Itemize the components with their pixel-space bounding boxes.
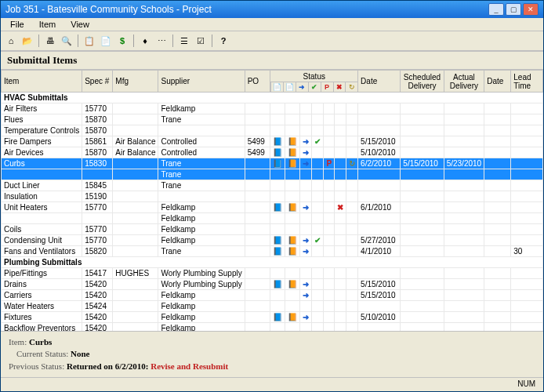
menu-file[interactable]: File <box>4 18 31 31</box>
table-row[interactable]: Air Filters15770Feldkamp <box>2 103 543 114</box>
detail-panel: Item: Curbs Current Status: None Previou… <box>1 331 543 377</box>
cell-item: Drains <box>2 279 82 290</box>
col-scheduled-delivery[interactable]: Scheduled Delivery <box>401 71 444 93</box>
table-row[interactable]: Coils15770Feldkamp <box>2 224 543 235</box>
table-row[interactable]: Air Devices15870Air BalanceControlled549… <box>2 147 543 158</box>
table-row[interactable]: Insulation15190 <box>2 191 543 202</box>
cell-date <box>358 323 401 331</box>
doc2-icon: 📙 <box>288 236 297 245</box>
cell-date2 <box>484 136 511 147</box>
cell-date2 <box>484 125 511 136</box>
print-icon[interactable]: 🖶 <box>43 34 57 48</box>
menu-item[interactable]: Item <box>33 18 62 31</box>
table-row[interactable]: Backflow Preventors15420Feldkamp <box>2 323 543 331</box>
open-icon[interactable]: 📂 <box>20 34 34 48</box>
cell-status-3 <box>312 268 324 279</box>
cell-status-2: ➜ <box>300 202 312 213</box>
table-row[interactable]: Feldkamp <box>2 213 543 224</box>
table-row[interactable]: Carriers15420Feldkamp➜5/15/2010 <box>2 290 543 301</box>
cell-actual <box>444 136 484 147</box>
cell-supplier: Feldkamp <box>158 312 245 323</box>
cell-supplier: Trane <box>158 114 245 125</box>
table-row[interactable]: Fixtures15420Feldkamp📘📙➜5/10/2010 <box>2 312 543 323</box>
cell-spec: 15870 <box>82 125 113 136</box>
money-icon[interactable]: $ <box>115 34 129 48</box>
menu-view[interactable]: View <box>64 18 96 31</box>
check-icon: ✔ <box>314 137 321 146</box>
table-row[interactable]: Fans and Ventilators15820Trane📘📙➜4/1/201… <box>2 246 543 257</box>
cell-scheduled <box>401 147 444 158</box>
cell-date2 <box>484 147 511 158</box>
cell-status-4 <box>324 235 335 246</box>
cell-status-5: ✖ <box>335 202 346 213</box>
col-lead-time[interactable]: Lead Time <box>511 71 543 93</box>
diamond-icon[interactable]: ♦ <box>138 34 152 48</box>
minimize-button[interactable]: _ <box>488 3 504 16</box>
maximize-button[interactable]: ▢ <box>506 3 521 16</box>
cell-actual <box>444 191 484 202</box>
dots-icon[interactable]: ⋯ <box>154 34 169 48</box>
table-row[interactable]: Curbs15830Trane📘📙➜P↻6/2/20105/15/20105/2… <box>2 158 543 169</box>
table-row[interactable]: Unit Heaters15770Feldkamp📘📙➜✖6/1/2010 <box>2 202 543 213</box>
cell-status-1: 📙 <box>285 202 300 213</box>
cell-status-6 <box>346 125 358 136</box>
cell-status-1 <box>285 301 300 312</box>
cell-status-1 <box>285 268 300 279</box>
cell-status-5 <box>335 169 346 180</box>
cell-status-3 <box>312 125 324 136</box>
table-row[interactable]: Pipe/Fittings15417HUGHESWorly Plumbing S… <box>2 268 543 279</box>
table-row[interactable]: Duct Liner15845Trane <box>2 180 543 191</box>
cell-item: Air Filters <box>2 103 82 114</box>
p-icon: P <box>326 159 332 168</box>
col-supplier[interactable]: Supplier <box>158 71 245 93</box>
cell-date2 <box>484 279 511 290</box>
group-row[interactable]: HVAC Submittals <box>2 93 543 103</box>
preview-icon[interactable]: 🔍 <box>60 34 74 48</box>
doc2-icon: 📙 <box>288 148 297 157</box>
cell-po: 5499 <box>245 147 270 158</box>
cell-date2 <box>484 158 511 169</box>
col-actual-delivery[interactable]: Actual Delivery <box>444 71 484 93</box>
cell-lead <box>511 268 543 279</box>
table-row[interactable]: Fire Dampers15861Air BalanceControlled54… <box>2 136 543 147</box>
cell-status-5 <box>335 224 346 235</box>
cell-lead <box>511 180 543 191</box>
table-row[interactable]: Flues15870Trane <box>2 114 543 125</box>
cell-po <box>245 268 270 279</box>
close-button[interactable]: ✕ <box>523 3 539 16</box>
copy-icon[interactable]: 📋 <box>82 34 96 48</box>
table-row[interactable]: Temperature Controls15870 <box>2 125 543 136</box>
cell-status-4 <box>324 180 335 191</box>
table-row[interactable]: Drains15420Worly Plumbing Supply📘📙➜5/15/… <box>2 279 543 290</box>
new-icon[interactable]: 📄 <box>99 34 113 48</box>
col-status[interactable]: Status 📄 📄 ➜ ✔ P ✖ ↻ <box>270 71 358 93</box>
col-po[interactable]: PO <box>245 71 270 93</box>
col-spec[interactable]: Spec # <box>82 71 113 93</box>
home-icon[interactable]: ⌂ <box>4 34 18 48</box>
doc-icon[interactable]: ☰ <box>177 34 191 48</box>
col-date2[interactable]: Date <box>484 71 511 93</box>
table-row[interactable]: Trane <box>2 169 543 180</box>
table-row[interactable]: Water Heaters15424Feldkamp <box>2 301 543 312</box>
group-row[interactable]: Plumbing Submittals <box>2 257 543 268</box>
arrow-icon: ➜ <box>303 313 309 321</box>
cell-status-1 <box>285 191 300 202</box>
table-row[interactable]: Condensing Unit15770Feldkamp📘📙➜✔5/27/201… <box>2 235 543 246</box>
col-item[interactable]: Item <box>2 71 82 93</box>
cell-status-5 <box>335 235 346 246</box>
cell-supplier: Feldkamp <box>158 290 245 301</box>
check-icon[interactable]: ☑ <box>194 34 208 48</box>
cell-status-6 <box>346 136 358 147</box>
cell-actual <box>444 235 484 246</box>
col-mfg[interactable]: Mfg <box>113 71 158 93</box>
cell-scheduled <box>401 246 444 257</box>
cell-mfg <box>113 202 158 213</box>
help-icon[interactable]: ? <box>216 34 230 48</box>
cell-status-6 <box>346 290 358 301</box>
grid-container[interactable]: Item Spec # Mfg Supplier PO Status 📄 📄 ➜… <box>1 70 543 331</box>
col-date[interactable]: Date <box>358 71 401 93</box>
cell-item: Fans and Ventilators <box>2 246 82 257</box>
cell-status-6 <box>346 301 358 312</box>
cell-status-6 <box>346 202 358 213</box>
cell-date: 6/2/2010 <box>358 158 401 169</box>
